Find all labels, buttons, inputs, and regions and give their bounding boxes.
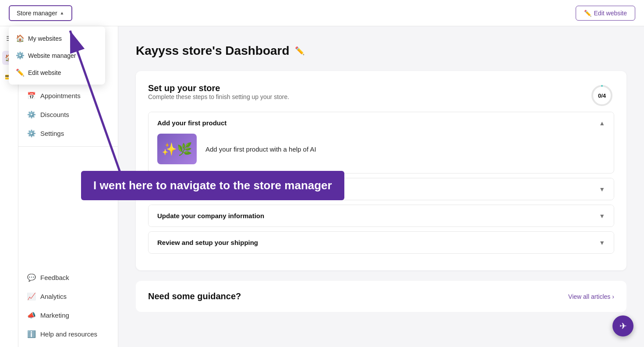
- setup-header: Set up your store Complete these steps t…: [148, 83, 614, 109]
- feedback-icon: 💬: [27, 273, 36, 282]
- edit-icon: ✏️: [16, 68, 24, 77]
- sidebar-item-appointments[interactable]: 📅 Appointments: [18, 86, 118, 105]
- setup-step-company-header[interactable]: Update your company information ▼: [149, 205, 614, 227]
- sidebar-discounts-label: Discounts: [40, 111, 69, 118]
- step-product-content: ✨🌿 Add your first product with a help of…: [149, 134, 614, 173]
- setup-step-company: Update your company information ▼: [148, 205, 614, 227]
- discount-icon: ⚙️: [27, 110, 36, 119]
- sidebar-marketing-label: Marketing: [40, 312, 69, 319]
- home-icon: 🏠: [16, 34, 24, 42]
- sidebar-item-discounts[interactable]: ⚙️ Discounts: [18, 105, 118, 124]
- store-manager-label: Store manager: [17, 10, 57, 17]
- chevron-down-icon-payment: ▼: [599, 186, 605, 193]
- step-shipping-title: Review and setup your shipping: [157, 239, 258, 246]
- dashboard-title: Kayyss store's Dashboard: [136, 44, 290, 58]
- calendar-icon: 📅: [27, 92, 36, 100]
- chevron-up-icon: ▲: [60, 11, 64, 15]
- fab-button[interactable]: ✈: [612, 315, 633, 336]
- setup-subtitle: Complete these steps to finish setting u…: [148, 93, 289, 100]
- setup-step-shipping: Review and setup your shipping ▼: [148, 231, 614, 254]
- dropdown-edit-website[interactable]: ✏️ Edit website: [9, 64, 105, 81]
- ai-icon: ✨🌿: [162, 142, 192, 156]
- step-company-title: Update your company information: [157, 212, 264, 220]
- help-icon: ℹ️: [27, 330, 36, 338]
- analytics-icon: 📈: [27, 292, 36, 301]
- fab-icon: ✈: [619, 321, 627, 331]
- sidebar-analytics-label: Analytics: [40, 293, 67, 300]
- progress-circle: 0/4: [590, 83, 614, 108]
- settings-icon: ⚙️: [27, 129, 36, 138]
- pencil-icon: ✏️: [584, 10, 591, 17]
- view-all-label: View all articles: [568, 293, 610, 300]
- dropdown-website-manager-label: Website manager: [28, 52, 76, 59]
- dropdown-menu: 🏠 My websites ⚙️ Website manager ✏️ Edit…: [9, 26, 105, 85]
- chevron-down-icon-shipping: ▼: [599, 239, 605, 246]
- annotation-text: I went here to navigate to the store man…: [93, 179, 332, 192]
- edit-website-button[interactable]: ✏️ Edit website: [576, 6, 635, 21]
- annotation-banner: I went here to navigate to the store man…: [81, 171, 344, 200]
- arrow-right-icon: ›: [612, 293, 614, 300]
- dropdown-my-websites[interactable]: 🏠 My websites: [9, 30, 105, 47]
- gear-icon: ⚙️: [16, 51, 24, 60]
- sidebar-divider: [18, 146, 118, 147]
- step-product-title: Add your first product: [157, 119, 226, 127]
- edit-website-label: Edit website: [594, 10, 627, 17]
- topbar: Store manager ▲ ✏️ Edit website: [0, 0, 644, 26]
- dropdown-website-manager[interactable]: ⚙️ Website manager: [9, 47, 105, 64]
- sidebar-item-analytics[interactable]: 📈 Analytics: [18, 287, 118, 306]
- setup-step-shipping-header[interactable]: Review and setup your shipping ▼: [149, 232, 614, 253]
- chevron-up-icon-step: ▲: [599, 120, 605, 127]
- sidebar-item-feedback[interactable]: 💬 Feedback: [18, 268, 118, 287]
- sidebar-feedback-label: Feedback: [40, 274, 69, 281]
- setup-title: Set up your store: [148, 83, 289, 93]
- step-product-image: ✨🌿: [157, 134, 197, 164]
- marketing-icon: 📣: [27, 311, 36, 319]
- guidance-title: Need some guidance?: [148, 291, 241, 301]
- sidebar-item-help[interactable]: ℹ️ Help and resources: [18, 325, 118, 343]
- progress-label: 0/4: [598, 92, 606, 99]
- setup-step-product-header[interactable]: Add your first product ▲: [149, 112, 614, 134]
- sidebar-item-marketing[interactable]: 📣 Marketing: [18, 306, 118, 325]
- sidebar-item-settings[interactable]: ⚙️ Settings: [18, 124, 118, 143]
- title-edit-icon[interactable]: ✏️: [295, 46, 304, 56]
- sidebar-appointments-label: Appointments: [40, 92, 81, 99]
- guidance-section: Need some guidance? View all articles ›: [136, 281, 626, 312]
- store-manager-button[interactable]: Store manager ▲: [9, 5, 72, 21]
- sidebar-help-label: Help and resources: [40, 330, 97, 338]
- view-all-articles-link[interactable]: View all articles ›: [568, 293, 614, 300]
- chevron-down-icon-company: ▼: [599, 212, 605, 220]
- page-title: Kayyss store's Dashboard ✏️: [136, 44, 626, 58]
- setup-step-product: Add your first product ▲ ✨🌿 Add your fir…: [148, 112, 614, 174]
- sidebar-settings-label: Settings: [40, 130, 64, 137]
- dropdown-edit-website-label: Edit website: [28, 69, 61, 76]
- dropdown-my-websites-label: My websites: [28, 35, 62, 42]
- step-product-text: Add your first product with a help of AI: [205, 145, 316, 153]
